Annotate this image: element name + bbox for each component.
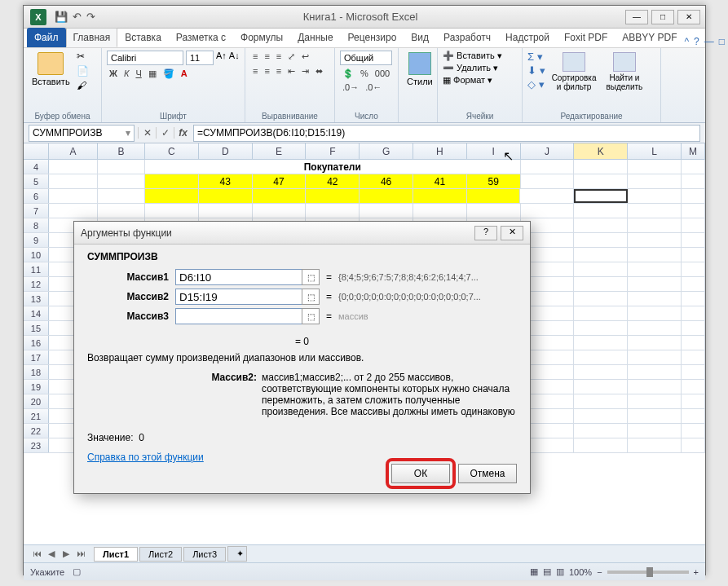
- tab-data[interactable]: Данные: [290, 28, 340, 47]
- col-header[interactable]: D: [199, 143, 253, 159]
- indent-inc-icon[interactable]: ⇥: [299, 65, 311, 77]
- minimize-ribbon-icon[interactable]: ^: [684, 36, 689, 47]
- undo-icon[interactable]: ↶: [73, 11, 82, 23]
- col-header[interactable]: L: [628, 143, 682, 159]
- cell[interactable]: [306, 204, 360, 218]
- cell[interactable]: [682, 394, 705, 408]
- cell[interactable]: [521, 160, 575, 174]
- cell[interactable]: [49, 204, 98, 218]
- tab-file[interactable]: Файл: [27, 28, 66, 47]
- autosum-icon[interactable]: Σ ▾: [527, 51, 545, 63]
- cell[interactable]: 46: [360, 174, 413, 188]
- row-header[interactable]: 23: [24, 438, 49, 452]
- redo-icon[interactable]: ↷: [86, 11, 95, 23]
- cell[interactable]: [628, 204, 682, 218]
- cell[interactable]: [682, 204, 705, 218]
- cell[interactable]: [574, 409, 628, 423]
- cell[interactable]: [49, 174, 98, 188]
- wrap-icon[interactable]: ↩: [299, 51, 311, 63]
- cell[interactable]: [574, 160, 628, 174]
- tab-developer[interactable]: Разработч: [436, 28, 498, 47]
- first-sheet-icon[interactable]: ⏮: [30, 549, 43, 559]
- minimize-button[interactable]: —: [625, 10, 648, 24]
- cell[interactable]: [467, 189, 521, 203]
- number-format-combo[interactable]: Общий: [340, 51, 392, 65]
- dialog-help-icon[interactable]: ?: [474, 226, 497, 240]
- sheet-tab[interactable]: Лист2: [139, 547, 182, 562]
- cell[interactable]: [628, 218, 682, 232]
- cell[interactable]: [574, 380, 628, 394]
- font-color-icon[interactable]: A: [179, 68, 190, 80]
- merged-title-cell[interactable]: Покупатели: [145, 160, 520, 174]
- shrink-font-icon[interactable]: A↓: [229, 51, 240, 65]
- row-header[interactable]: 16: [24, 336, 49, 350]
- cell[interactable]: [682, 380, 705, 394]
- row-header[interactable]: 15: [24, 321, 49, 335]
- cell[interactable]: [628, 365, 682, 379]
- zoom-level[interactable]: 100%: [569, 567, 592, 577]
- cell[interactable]: [628, 336, 682, 350]
- row-header[interactable]: 14: [24, 306, 49, 320]
- align-top-icon[interactable]: ≡: [250, 51, 260, 63]
- cell[interactable]: [49, 189, 98, 203]
- tab-layout[interactable]: Разметка с: [169, 28, 233, 47]
- cell[interactable]: [682, 160, 705, 174]
- col-header[interactable]: C: [145, 143, 199, 159]
- range-picker-icon[interactable]: ⬚: [302, 269, 320, 285]
- col-header[interactable]: B: [98, 143, 145, 159]
- tab-foxit[interactable]: Foxit PDF: [557, 28, 615, 47]
- align-right-icon[interactable]: ≡: [274, 65, 284, 77]
- cell[interactable]: [413, 204, 467, 218]
- ok-button[interactable]: ОК: [391, 464, 450, 483]
- cell[interactable]: [574, 292, 628, 306]
- cell[interactable]: 47: [253, 174, 307, 188]
- row-header[interactable]: 18: [24, 365, 49, 379]
- cell[interactable]: [682, 248, 705, 262]
- fill-icon[interactable]: ⬇ ▾: [527, 64, 545, 77]
- cell[interactable]: [682, 336, 705, 350]
- find-select-button[interactable]: Найти и выделить: [603, 51, 646, 93]
- range-picker-icon[interactable]: ⬚: [302, 289, 320, 305]
- tab-review[interactable]: Рецензиро: [341, 28, 404, 47]
- cell[interactable]: [628, 277, 682, 291]
- cell[interactable]: [574, 306, 628, 320]
- cell[interactable]: 42: [306, 174, 360, 188]
- grow-font-icon[interactable]: A↑: [216, 51, 227, 65]
- cell[interactable]: [574, 394, 628, 408]
- cell[interactable]: [574, 233, 628, 247]
- fx-icon[interactable]: fx: [174, 127, 192, 139]
- zoom-slider[interactable]: [607, 571, 689, 574]
- cell[interactable]: [682, 438, 705, 452]
- cell[interactable]: [574, 204, 628, 218]
- bold-icon[interactable]: Ж: [107, 68, 120, 80]
- row-header[interactable]: 6: [24, 189, 49, 203]
- cell[interactable]: [682, 292, 705, 306]
- cell[interactable]: [574, 321, 628, 335]
- cell[interactable]: [360, 204, 413, 218]
- cell[interactable]: [628, 350, 682, 364]
- cell[interactable]: [574, 350, 628, 364]
- cell[interactable]: [682, 174, 705, 188]
- row-header[interactable]: 22: [24, 424, 49, 438]
- orientation-icon[interactable]: ⤢: [285, 51, 298, 63]
- cell[interactable]: [199, 204, 253, 218]
- save-icon[interactable]: 💾: [55, 11, 68, 23]
- cell[interactable]: [574, 174, 628, 188]
- dialog-close-icon[interactable]: ✕: [501, 226, 523, 240]
- row-header[interactable]: 5: [24, 174, 49, 188]
- arg-input-array3[interactable]: [175, 308, 302, 324]
- row-header[interactable]: 12: [24, 277, 49, 291]
- dec-dec-icon[interactable]: .0←: [363, 82, 384, 93]
- zoom-in-icon[interactable]: +: [694, 567, 699, 577]
- col-header[interactable]: J: [521, 143, 575, 159]
- paste-button[interactable]: Вставить: [29, 51, 73, 88]
- cell[interactable]: [628, 380, 682, 394]
- help-link[interactable]: Справка по этой функции: [87, 452, 204, 463]
- row-header[interactable]: 9: [24, 233, 49, 247]
- cell[interactable]: 41: [413, 174, 467, 188]
- cell[interactable]: [682, 189, 705, 203]
- cell[interactable]: [521, 174, 575, 188]
- arg-input-array1[interactable]: [175, 269, 302, 285]
- range-picker-icon[interactable]: ⬚: [302, 308, 320, 324]
- row-header[interactable]: 19: [24, 380, 49, 394]
